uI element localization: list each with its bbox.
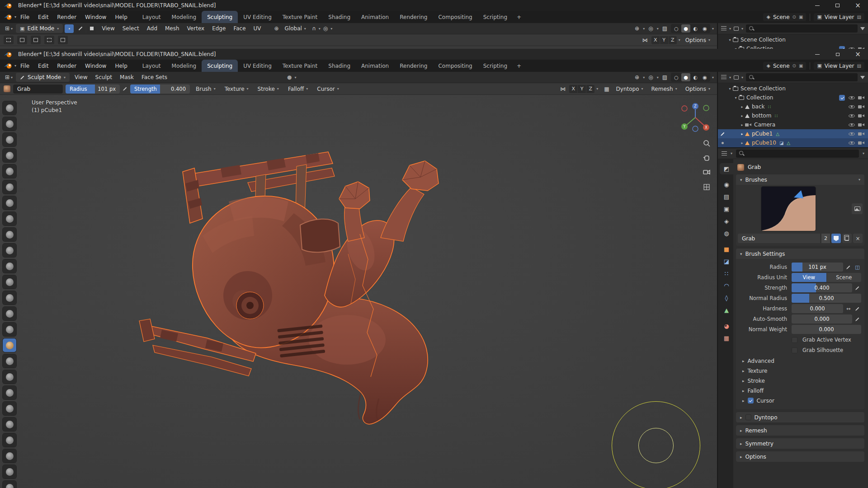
new-view-layer-icon[interactable]: ▤ bbox=[857, 63, 861, 68]
snap-magnet-icon[interactable]: ∩ bbox=[310, 24, 318, 33]
falloff-sphere-icon[interactable]: ● bbox=[285, 73, 293, 81]
properties-tab-constraints[interactable]: ◊ bbox=[720, 292, 733, 304]
hide-viewport-icon[interactable] bbox=[849, 103, 855, 110]
remesh-dropdown[interactable]: Remesh▾ bbox=[648, 84, 680, 94]
normal-weight-field[interactable]: 0.000 bbox=[792, 325, 861, 334]
menu-render[interactable]: Render bbox=[53, 12, 80, 22]
tab-uv-editing[interactable]: UV Editing bbox=[238, 60, 277, 72]
menu-window[interactable]: Window bbox=[81, 61, 110, 71]
material-shading-icon[interactable]: ◐ bbox=[691, 73, 700, 81]
brush-name-field[interactable]: Grab bbox=[13, 84, 63, 94]
tool-blob[interactable] bbox=[3, 212, 16, 225]
menu-window[interactable]: Window bbox=[81, 12, 110, 22]
properties-tab-particles[interactable]: ∷ bbox=[720, 268, 733, 279]
tool-snake-hook[interactable] bbox=[3, 370, 16, 384]
mirror-y-button[interactable]: Y bbox=[660, 36, 668, 44]
wireframe-shading-icon[interactable]: ○ bbox=[672, 73, 681, 81]
collection-exclude-checkbox[interactable] bbox=[839, 95, 845, 101]
brushes-panel-header[interactable]: ▾ Brushes ▾ bbox=[736, 174, 864, 185]
select-box-button[interactable] bbox=[4, 36, 14, 44]
tab-texture-paint[interactable]: Texture Paint bbox=[277, 11, 323, 23]
menu-edit[interactable]: Edit bbox=[34, 12, 52, 22]
brush-name-field[interactable]: Grab bbox=[738, 234, 820, 243]
transform-button-4[interactable] bbox=[58, 36, 68, 44]
transform-button-3[interactable] bbox=[44, 36, 54, 44]
grid-ortho-icon[interactable] bbox=[702, 182, 712, 192]
hide-viewport-icon[interactable] bbox=[849, 46, 855, 49]
expand-icon[interactable]: ▸ bbox=[739, 132, 745, 136]
stroke-subpanel[interactable]: ▸Stroke bbox=[738, 376, 862, 385]
minimize-button[interactable] bbox=[807, 0, 827, 11]
tab-uv-editing[interactable]: UV Editing bbox=[238, 11, 277, 23]
tool-rotate[interactable] bbox=[3, 433, 16, 447]
tab-modeling[interactable]: Modeling bbox=[166, 60, 202, 72]
brush-datablock-icon[interactable] bbox=[4, 85, 10, 92]
proportional-edit-icon[interactable]: ◎ bbox=[321, 24, 330, 33]
expand-icon[interactable]: ▸ bbox=[739, 105, 745, 109]
editor-type-button[interactable]: ⊞▾ bbox=[3, 24, 14, 33]
normal-radius-slider[interactable]: 0.500 bbox=[792, 294, 861, 303]
options-dropdown[interactable]: Options▾ bbox=[682, 84, 713, 94]
radius-unit-view-button[interactable]: View bbox=[792, 273, 826, 282]
menu-help[interactable]: Help bbox=[111, 12, 131, 22]
advanced-subpanel[interactable]: ▸Advanced bbox=[738, 356, 862, 366]
menu-file[interactable]: File bbox=[16, 61, 33, 71]
mode-dropdown[interactable]: ▣ Edit Mode▾ bbox=[16, 24, 63, 33]
options-dropdown[interactable]: Options▾ bbox=[682, 36, 713, 45]
tool-crease[interactable] bbox=[3, 228, 16, 241]
properties-tab-material[interactable]: ◕ bbox=[720, 320, 733, 332]
tab-scripting[interactable]: Scripting bbox=[478, 11, 513, 23]
menu-help[interactable]: Help bbox=[111, 61, 131, 71]
view-layer-selector[interactable]: ▣ View Layer ▤ bbox=[814, 13, 864, 21]
expand-icon[interactable]: ▸ bbox=[739, 141, 745, 145]
tool-flatten[interactable] bbox=[3, 259, 16, 273]
edge-select-button[interactable] bbox=[76, 24, 85, 33]
hide-viewport-icon[interactable] bbox=[849, 113, 855, 119]
menu-mask[interactable]: Mask bbox=[116, 73, 137, 82]
outliner-editor-icon[interactable] bbox=[721, 75, 726, 80]
overlays-icon[interactable]: ◎ bbox=[646, 24, 655, 33]
disable-render-icon[interactable] bbox=[858, 131, 865, 136]
tool-smooth[interactable] bbox=[3, 244, 16, 257]
tool-slide-relax[interactable] bbox=[3, 449, 16, 463]
menu-render[interactable]: Render bbox=[53, 61, 80, 71]
shading-dropdown-icon[interactable]: ▾ bbox=[712, 75, 714, 80]
symmetry-panel[interactable]: ▸ Symmetry bbox=[736, 438, 864, 449]
tool-draw[interactable] bbox=[3, 101, 16, 115]
radius-pressure-icon[interactable] bbox=[844, 263, 852, 271]
brush-settings-header[interactable]: ▾ Brush Settings bbox=[736, 249, 864, 259]
hide-viewport-icon[interactable] bbox=[849, 131, 855, 137]
tool-elastic-deform[interactable] bbox=[3, 354, 16, 368]
tab-layout[interactable]: Layout bbox=[137, 60, 166, 72]
tab-modeling[interactable]: Modeling bbox=[166, 11, 202, 23]
properties-tab-output[interactable]: ▤ bbox=[720, 191, 733, 202]
close-button[interactable]: × bbox=[848, 0, 868, 11]
outliner-collection[interactable]: ▾ Collection bbox=[718, 93, 868, 102]
outliner-editor-icon[interactable] bbox=[721, 26, 726, 31]
mirror-x-button[interactable]: X bbox=[651, 36, 660, 44]
properties-tab-view-layer[interactable]: ▣ bbox=[720, 203, 733, 215]
disable-render-icon[interactable] bbox=[858, 95, 865, 100]
add-workspace-button[interactable]: + bbox=[513, 14, 525, 20]
tab-compositing[interactable]: Compositing bbox=[433, 60, 477, 72]
outliner-item-camera[interactable]: ▸ Camera bbox=[718, 120, 868, 129]
hardness-pressure-icon[interactable] bbox=[854, 305, 861, 313]
snap-dropdown-icon[interactable]: ▾ bbox=[319, 27, 321, 31]
expand-icon[interactable]: ▾ bbox=[733, 96, 739, 100]
show-gizmo-icon[interactable]: ⊕ bbox=[633, 73, 641, 81]
transform-button-1[interactable] bbox=[17, 36, 27, 44]
outliner-collection[interactable]: ▾ Collection bbox=[718, 44, 868, 49]
restore-button[interactable] bbox=[827, 49, 848, 60]
expand-icon[interactable]: ▸ bbox=[739, 123, 745, 127]
mode-dropdown[interactable]: Sculpt Mode▾ bbox=[16, 73, 70, 82]
outliner-scene-collection[interactable]: ▾ Scene Collection bbox=[718, 84, 868, 93]
overlays-icon[interactable]: ◎ bbox=[646, 73, 655, 81]
menu-edge[interactable]: Edge bbox=[208, 24, 229, 33]
menu-view[interactable]: View bbox=[98, 24, 118, 33]
tool-thumb[interactable] bbox=[3, 386, 16, 399]
add-workspace-button[interactable]: + bbox=[513, 63, 525, 69]
properties-tab-world[interactable]: ◍ bbox=[720, 228, 733, 239]
menu-face-sets[interactable]: Face Sets bbox=[138, 73, 171, 82]
expand-icon[interactable]: ▾ bbox=[727, 38, 733, 42]
tab-texture-paint[interactable]: Texture Paint bbox=[277, 60, 323, 72]
